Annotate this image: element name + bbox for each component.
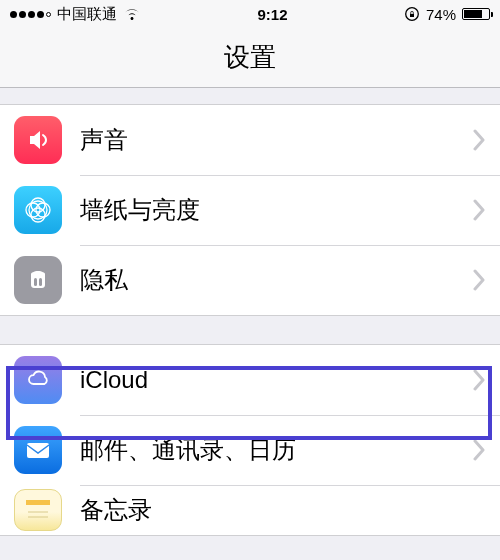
settings-group-services: iCloud 邮件、通讯录、日历 备忘录	[0, 344, 500, 536]
carrier-label: 中国联通	[57, 5, 117, 24]
sound-icon	[14, 116, 62, 164]
notes-icon	[14, 489, 62, 531]
status-right: 74%	[404, 6, 490, 23]
svg-rect-7	[39, 278, 42, 286]
row-icloud[interactable]: iCloud	[0, 345, 500, 415]
chevron-right-icon	[472, 129, 486, 151]
battery-icon	[462, 8, 490, 20]
row-label: iCloud	[80, 366, 472, 394]
mail-icon	[14, 426, 62, 474]
row-label: 备忘录	[80, 494, 486, 526]
row-label: 声音	[80, 124, 472, 156]
row-wallpaper[interactable]: 墙纸与亮度	[0, 175, 500, 245]
chevron-right-icon	[472, 439, 486, 461]
row-sound[interactable]: 声音	[0, 105, 500, 175]
privacy-icon	[14, 256, 62, 304]
chevron-right-icon	[472, 269, 486, 291]
row-label: 墙纸与亮度	[80, 194, 472, 226]
chevron-right-icon	[472, 199, 486, 221]
svg-rect-6	[34, 278, 37, 286]
svg-rect-9	[26, 500, 50, 505]
chevron-right-icon	[472, 369, 486, 391]
status-time: 9:12	[257, 6, 287, 23]
row-label: 隐私	[80, 264, 472, 296]
battery-percent: 74%	[426, 6, 456, 23]
svg-rect-8	[27, 443, 49, 458]
row-notes[interactable]: 备忘录	[0, 485, 500, 535]
wallpaper-icon	[14, 186, 62, 234]
row-mail[interactable]: 邮件、通讯录、日历	[0, 415, 500, 485]
row-label: 邮件、通讯录、日历	[80, 434, 472, 466]
status-bar: 中国联通 9:12 74%	[0, 0, 500, 28]
row-privacy[interactable]: 隐私	[0, 245, 500, 315]
wifi-icon	[123, 7, 141, 21]
status-left: 中国联通	[10, 5, 141, 24]
settings-group-general: 声音 墙纸与亮度 隐私	[0, 104, 500, 316]
icloud-icon	[14, 356, 62, 404]
page-title: 设置	[0, 28, 500, 88]
signal-strength-icon	[10, 11, 51, 18]
orientation-lock-icon	[404, 6, 420, 22]
